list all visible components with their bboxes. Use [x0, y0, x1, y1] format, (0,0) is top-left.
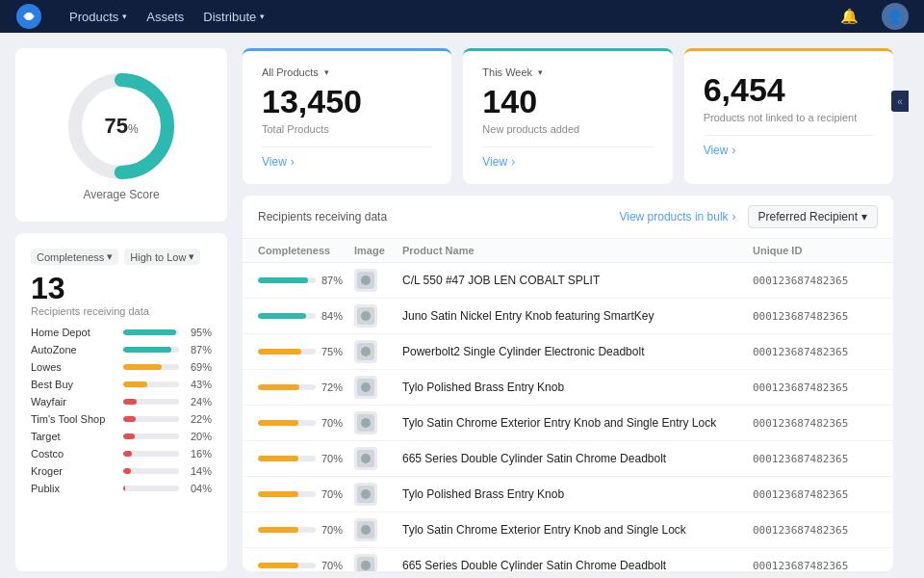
comp-track [258, 349, 316, 355]
table-header: Recipients receiving data View products … [243, 196, 893, 239]
unique-id: 000123687482365 [753, 488, 878, 501]
col-product-name: Product Name [402, 245, 753, 256]
recipients-label: Recipients receiving data [31, 305, 212, 317]
table-row[interactable]: 87% C/L 550 #47 JOB LEN COBALT SPLIT 000… [243, 263, 893, 299]
recipients-header: Completeness ▾ High to Low ▾ [31, 249, 212, 265]
table-row[interactable]: 84% Juno Satin Nickel Entry Knob featuri… [243, 299, 893, 334]
comp-fill [258, 277, 308, 283]
nav-assets[interactable]: Assets [146, 10, 184, 24]
recipient-bar-fill [123, 416, 136, 422]
stat-desc: Total Products [262, 123, 432, 135]
comp-track [258, 527, 316, 533]
unique-id: 000123687482365 [753, 417, 878, 430]
logo[interactable] [15, 3, 42, 30]
left-panel: 75% Average Score Completeness ▾ High to… [15, 48, 227, 571]
sort-chevron-icon: ▾ [189, 250, 194, 263]
recipient-name: Wayfair [31, 396, 117, 407]
table-row[interactable]: 70% 665 Series Double Cylinder Satin Chr… [243, 441, 893, 477]
svg-point-7 [361, 311, 371, 321]
table-row[interactable]: 75% Powerbolt2 Single Cylinder Electroni… [243, 334, 893, 370]
product-image [354, 269, 377, 292]
recipients-count: 13 [31, 273, 212, 303]
recipient-pct: 69% [185, 361, 212, 373]
product-name: Tylo Satin Chrome Exterior Entry Knob an… [402, 523, 753, 537]
stat-view-arrow-icon: › [732, 144, 735, 157]
stat-badge: This Week [482, 66, 532, 78]
product-image [354, 447, 377, 470]
recipient-row: Costco 16% [31, 448, 212, 460]
comp-fill [258, 349, 301, 355]
recipient-row: Tim's Tool Shop 22% [31, 413, 212, 425]
stat-number: 6,454 [704, 72, 874, 108]
completeness-cell: 84% [258, 310, 354, 322]
stat-top: This Week▾ [482, 66, 653, 78]
recipient-row: Lowes 69% [31, 361, 212, 373]
donut-sup: % [128, 122, 139, 136]
stat-view-link[interactable]: View › [482, 146, 653, 169]
product-image [354, 376, 377, 399]
comp-pct: 70% [321, 488, 343, 500]
recipient-name: Costco [31, 448, 117, 460]
main-content: 75% Average Score Completeness ▾ High to… [0, 33, 924, 578]
recipient-pct: 14% [185, 465, 212, 477]
table-row[interactable]: 70% 665 Series Double Cylinder Satin Chr… [243, 548, 893, 571]
recipient-bar-fill [123, 381, 147, 387]
stat-view-arrow-icon: › [511, 155, 515, 169]
comp-track [258, 277, 316, 283]
navigation: Products ▾ Assets Distribute ▾ 🔔 👤 [0, 0, 924, 33]
svg-point-5 [361, 276, 371, 285]
table-row[interactable]: 70% Tylo Satin Chrome Exterior Entry Kno… [243, 406, 893, 441]
completeness-cell: 72% [258, 381, 354, 393]
col-completeness: Completeness [258, 245, 354, 256]
stats-row: All Products▾ 13,450 Total Products View… [243, 48, 893, 184]
collapse-button[interactable]: « [891, 91, 909, 112]
completeness-filter[interactable]: Completeness ▾ [31, 249, 118, 265]
comp-pct: 70% [321, 560, 343, 571]
table-row[interactable]: 72% Tylo Polished Brass Entry Knob 00012… [243, 370, 893, 406]
stat-view-link[interactable]: View › [262, 146, 432, 169]
recipient-pct: 87% [185, 344, 212, 355]
stat-badge: All Products [262, 66, 319, 78]
product-image [354, 483, 377, 506]
notifications-icon[interactable]: 🔔 [835, 3, 862, 30]
product-name: Tylo Satin Chrome Exterior Entry Knob an… [402, 416, 753, 430]
nav-products[interactable]: Products ▾ [69, 10, 127, 24]
stat-view-link[interactable]: View › [704, 135, 874, 157]
unique-id: 000123687482365 [753, 524, 878, 537]
recipient-pct: 20% [185, 431, 212, 442]
completeness-cell: 70% [258, 488, 354, 500]
comp-pct: 70% [321, 524, 343, 536]
user-avatar[interactable]: 👤 [882, 3, 909, 30]
recipient-bar-fill [123, 468, 131, 474]
svg-point-11 [361, 382, 371, 392]
completeness-cell: 70% [258, 560, 354, 571]
svg-point-21 [361, 561, 371, 570]
comp-fill [258, 491, 298, 497]
table-body: 87% C/L 550 #47 JOB LEN COBALT SPLIT 000… [243, 263, 893, 571]
product-name: Powerbolt2 Single Cylinder Electronic De… [402, 345, 753, 358]
comp-pct: 70% [321, 417, 343, 429]
comp-track [258, 420, 316, 426]
unique-id: 000123687482365 [753, 381, 878, 394]
recipient-name: Target [31, 431, 117, 442]
preferred-recipient-button[interactable]: Preferred Recipient ▾ [748, 205, 878, 228]
unique-id: 000123687482365 [753, 310, 878, 323]
recipient-bar-fill [123, 329, 176, 335]
comp-pct: 87% [321, 275, 343, 286]
view-bulk-button[interactable]: View products in bulk › [619, 210, 735, 223]
recipient-bar-fill [123, 451, 132, 457]
nav-distribute[interactable]: Distribute ▾ [203, 10, 265, 24]
recipient-row: Target 20% [31, 431, 212, 442]
stat-top: All Products▾ [262, 66, 432, 78]
recipient-row: AutoZone 87% [31, 344, 212, 355]
table-row[interactable]: 70% Tylo Polished Brass Entry Knob 00012… [243, 477, 893, 512]
recipient-bar-fill [123, 399, 137, 405]
comp-track [258, 491, 316, 497]
table-row[interactable]: 70% Tylo Satin Chrome Exterior Entry Kno… [243, 512, 893, 548]
sort-filter[interactable]: High to Low ▾ [124, 249, 200, 265]
recipients-list: Home Depot 95% AutoZone 87% Lowes 69% Be… [31, 327, 212, 494]
svg-point-1 [25, 13, 33, 20]
recipient-bar-fill [123, 347, 171, 353]
comp-fill [258, 563, 298, 568]
recipient-bar-track [123, 434, 179, 439]
